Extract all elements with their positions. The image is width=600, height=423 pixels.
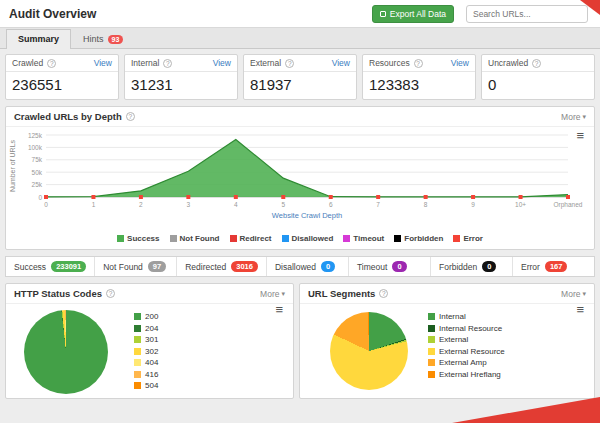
page-title: Audit Overview [9,7,96,21]
legend-item-301[interactable]: 301 [134,334,158,346]
view-link[interactable]: View [451,58,469,68]
legend-label: Forbidden [404,234,443,243]
more-dropdown[interactable]: More ▾ [561,289,586,299]
status-cell-success[interactable]: Success233091 [6,257,95,276]
legend-item-redirect[interactable]: Redirect [230,234,272,243]
help-icon[interactable]: ? [379,289,388,298]
x-tick-label: 6 [329,201,333,208]
legend-swatch [428,359,435,366]
error-marker [186,195,190,199]
view-link[interactable]: View [332,58,350,68]
segments-pie-content: ≡ InternalInternal ResourceExternalExter… [300,304,594,400]
legend-item-external[interactable]: External [428,334,505,346]
legend-swatch [282,235,289,242]
help-icon[interactable]: ? [532,59,541,68]
help-icon[interactable]: ? [414,59,423,68]
legend-swatch [428,371,435,378]
stat-card-crawled: Crawled?View236551 [5,54,119,100]
y-tick-label: 50k [32,169,43,176]
depth-chart-area: ≡ 025k50k75k100k125k012345678910+Orphane… [6,127,594,233]
legend-item-416[interactable]: 416 [134,369,158,381]
red-corner-annotation-bottom [452,397,600,423]
legend-label: External [439,335,468,344]
more-label: More [561,289,580,299]
legend-item-timeout[interactable]: Timeout [343,234,384,243]
legend-item-504[interactable]: 504 [134,380,158,392]
status-cell-forbidden[interactable]: Forbidden0 [431,257,513,276]
success-area [46,139,568,197]
stat-label: Uncrawled? [488,58,541,68]
y-tick-label: 0 [38,194,42,201]
legend-swatch [134,371,141,378]
status-cell-timeout[interactable]: Timeout0 [349,257,431,276]
help-icon[interactable]: ? [126,112,135,121]
legend-item-302[interactable]: 302 [134,346,158,358]
legend-item-disallowed[interactable]: Disallowed [282,234,334,243]
search-urls-input[interactable] [466,5,588,23]
chart-menu-icon[interactable]: ≡ [576,130,584,141]
x-tick-label: 7 [376,201,380,208]
audit-overview-page: Audit Overview Export All Data Summary H… [0,0,600,423]
segments-panel-header: URL Segments ? More ▾ [300,284,594,304]
legend-item-external-hreflang[interactable]: External Hreflang [428,369,505,381]
chart-menu-icon[interactable]: ≡ [275,304,283,315]
stat-card-head: Resources?View [363,55,475,72]
status-label: Not Found [103,262,143,272]
status-summary-bar: Success233091Not Found97Redirected3016Di… [5,256,595,277]
view-link[interactable]: View [213,58,231,68]
export-button-label: Export All Data [390,9,446,19]
legend-label: External Resource [439,347,505,356]
legend-item-external-amp[interactable]: External Amp [428,357,505,369]
http-status-pie[interactable] [24,310,108,394]
stat-label: Resources? [369,58,423,68]
segments-panel-title: URL Segments [308,288,375,299]
tab-hints-label: Hints [83,34,104,44]
url-segments-pie[interactable] [330,312,408,390]
legend-item-internal-resource[interactable]: Internal Resource [428,323,505,335]
legend-swatch [428,325,435,332]
legend-item-error[interactable]: Error [453,234,483,243]
export-all-data-button[interactable]: Export All Data [372,5,454,23]
status-cell-not-found[interactable]: Not Found97 [95,257,177,276]
legend-swatch [134,336,141,343]
view-link[interactable]: View [94,58,112,68]
error-marker [234,195,238,199]
help-icon[interactable]: ? [106,289,115,298]
status-cell-error[interactable]: Error167 [513,257,594,276]
stat-value: 123383 [363,72,475,97]
tab-summary[interactable]: Summary [6,29,71,49]
legend-item-forbidden[interactable]: Forbidden [394,234,443,243]
chevron-down-icon: ▾ [582,290,586,298]
stat-value: 0 [482,72,594,97]
legend-swatch [117,235,124,242]
legend-item-success[interactable]: Success [117,234,159,243]
status-cell-disallowed[interactable]: Disallowed0 [267,257,349,276]
error-marker [44,195,48,199]
help-icon[interactable]: ? [163,59,172,68]
error-marker [519,195,523,199]
depth-chart[interactable]: 025k50k75k100k125k012345678910+OrphanedW… [6,129,592,229]
legend-item-not-found[interactable]: Not Found [170,234,220,243]
url-segments-legend: InternalInternal ResourceExternalExterna… [428,311,505,380]
chart-menu-icon[interactable]: ≡ [576,304,584,315]
more-dropdown[interactable]: More ▾ [561,112,586,122]
legend-item-internal[interactable]: Internal [428,311,505,323]
legend-item-204[interactable]: 204 [134,323,158,335]
x-tick-label: 8 [424,201,428,208]
legend-item-200[interactable]: 200 [134,311,158,323]
legend-item-404[interactable]: 404 [134,357,158,369]
stat-card-head: External?View [244,55,356,72]
tab-hints[interactable]: Hints 93 [71,29,135,48]
status-cell-redirected[interactable]: Redirected3016 [177,257,267,276]
more-dropdown[interactable]: More ▾ [260,289,285,299]
legend-label: External Amp [439,358,487,367]
help-icon[interactable]: ? [47,59,56,68]
legend-item-external-resource[interactable]: External Resource [428,346,505,358]
legend-label: Error [463,234,483,243]
y-tick-label: 125k [28,132,43,139]
help-icon[interactable]: ? [285,59,294,68]
status-badge: 0 [392,261,406,272]
http-status-codes-panel: HTTP Status Codes ? More ▾ ≡ 20020430130… [5,283,294,399]
legend-swatch [170,235,177,242]
stat-label: Internal? [131,58,172,68]
